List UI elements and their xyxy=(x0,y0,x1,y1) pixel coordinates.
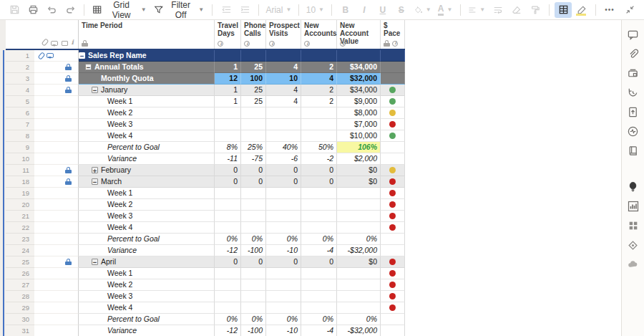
cell-value[interactable] xyxy=(215,199,241,211)
cell-value[interactable]: 0 xyxy=(215,176,241,188)
cell-pace[interactable] xyxy=(381,153,405,165)
cell-value[interactable]: -12 xyxy=(215,325,241,336)
collapse-toggle-icon[interactable]: − xyxy=(79,52,85,59)
row-number[interactable]: 27 xyxy=(6,279,34,291)
cell-pace[interactable] xyxy=(381,268,405,279)
cell-value[interactable]: 0% xyxy=(301,234,337,245)
cell-time-period[interactable]: −January xyxy=(79,85,215,96)
cell-value[interactable] xyxy=(241,302,266,314)
cell-value[interactable] xyxy=(241,211,266,222)
cell-time-period[interactable]: Monthly Quota xyxy=(79,73,215,85)
cell-time-period[interactable]: Week 3 xyxy=(79,291,215,302)
cell-time-period[interactable]: −Sales Rep Name xyxy=(79,50,215,62)
apps-button[interactable] xyxy=(624,217,643,234)
cell-value[interactable]: 0 xyxy=(215,256,241,268)
cell-value[interactable]: 0% xyxy=(215,234,241,245)
cell-value[interactable]: 0% xyxy=(266,234,301,245)
cell-value[interactable]: $7,000 xyxy=(337,119,381,130)
cell-pace[interactable] xyxy=(381,279,405,291)
cell-pace[interactable] xyxy=(381,291,405,302)
strikethrough-button[interactable]: S xyxy=(393,2,410,18)
cell-time-period[interactable]: Variance xyxy=(79,245,215,256)
row-number[interactable]: 30 xyxy=(6,314,34,325)
font-family-select[interactable]: Arial ▼ xyxy=(264,2,293,18)
row-number[interactable]: 21 xyxy=(6,211,34,222)
row-number[interactable]: 1 xyxy=(6,50,34,62)
italic-button[interactable]: I xyxy=(356,2,373,18)
cell-time-period[interactable]: Week 1 xyxy=(79,188,215,199)
cloud-integrations-button[interactable] xyxy=(624,256,643,273)
cell-value[interactable] xyxy=(215,222,241,234)
cell-value[interactable]: 0 xyxy=(266,256,301,268)
cell-time-period[interactable]: Week 4 xyxy=(79,222,215,234)
info-icon[interactable] xyxy=(392,41,398,47)
cell-pace[interactable] xyxy=(381,142,405,153)
filter-button[interactable]: Filter Off ▼ xyxy=(151,2,207,18)
row-number[interactable]: 5 xyxy=(6,96,34,107)
cell-value[interactable] xyxy=(215,302,241,314)
undo-button[interactable] xyxy=(43,2,60,18)
comment-icon[interactable] xyxy=(47,53,54,58)
cell-value[interactable]: 0 xyxy=(241,256,266,268)
cell-pace[interactable] xyxy=(381,199,405,211)
clear-format-button[interactable] xyxy=(508,2,525,18)
font-size-select[interactable]: 10 ▼ xyxy=(304,2,326,18)
cell-value[interactable]: $0 xyxy=(337,176,381,188)
row-number[interactable]: 10 xyxy=(6,153,34,165)
cell-value[interactable]: 10 xyxy=(266,73,301,85)
cell-time-period[interactable]: Week 2 xyxy=(79,199,215,211)
cell-value[interactable] xyxy=(215,130,241,142)
cell-value[interactable] xyxy=(301,107,337,119)
row-info-column-icon[interactable]: i xyxy=(72,39,74,46)
cell-value[interactable] xyxy=(301,211,337,222)
cell-value[interactable]: 25 xyxy=(241,85,266,96)
cell-value[interactable]: 4 xyxy=(266,62,301,73)
cell-value[interactable] xyxy=(301,50,337,62)
cell-value[interactable] xyxy=(337,50,381,62)
cell-value[interactable]: 0 xyxy=(266,176,301,188)
cell-time-period[interactable]: Week 3 xyxy=(79,211,215,222)
cell-time-period[interactable]: Percent to Goal xyxy=(79,234,215,245)
cell-value[interactable] xyxy=(301,291,337,302)
cell-time-period[interactable]: Week 3 xyxy=(79,119,215,130)
row-number[interactable]: 6 xyxy=(6,107,34,119)
text-color-button[interactable]: A ▼ xyxy=(436,2,455,18)
cell-value[interactable]: -12 xyxy=(215,245,241,256)
column-header-3[interactable]: Prospect Visits xyxy=(266,20,301,49)
cell-value[interactable] xyxy=(337,302,381,314)
cell-value[interactable]: 0 xyxy=(301,165,337,176)
cell-value[interactable]: 0% xyxy=(266,314,301,325)
cell-value[interactable]: $34,000 xyxy=(337,85,381,96)
cell-value[interactable] xyxy=(301,279,337,291)
column-header-5[interactable]: New Account Value xyxy=(337,20,381,49)
cell-value[interactable]: 25% xyxy=(241,142,266,153)
row-number[interactable]: 29 xyxy=(6,302,34,314)
cell-pace[interactable] xyxy=(381,188,405,199)
cell-value[interactable] xyxy=(241,188,266,199)
outdent-button[interactable] xyxy=(218,2,235,18)
more-options-button[interactable]: ••• xyxy=(601,2,618,18)
cell-pace[interactable] xyxy=(381,165,405,176)
print-button[interactable] xyxy=(24,2,42,18)
cell-value[interactable] xyxy=(215,119,241,130)
cell-value[interactable]: 1 xyxy=(215,85,241,96)
indent-button[interactable] xyxy=(236,2,253,18)
row-number[interactable]: 8 xyxy=(6,130,34,142)
cell-time-period[interactable]: Week 4 xyxy=(79,130,215,142)
summary-panel-button[interactable] xyxy=(624,142,643,159)
cell-value[interactable]: $2,000 xyxy=(337,153,381,165)
format-painter-button[interactable] xyxy=(527,2,544,18)
cell-value[interactable]: 2 xyxy=(301,62,337,73)
cell-value[interactable]: $34,000 xyxy=(337,62,381,73)
cell-value[interactable] xyxy=(266,119,301,130)
row-number[interactable]: 20 xyxy=(6,199,34,211)
cell-value[interactable]: 40% xyxy=(266,142,301,153)
cell-value[interactable]: 0% xyxy=(301,314,337,325)
cell-pace[interactable] xyxy=(381,245,405,256)
cell-value[interactable]: 2 xyxy=(301,96,337,107)
cell-value[interactable]: 4 xyxy=(266,96,301,107)
cell-value[interactable] xyxy=(266,291,301,302)
cell-value[interactable]: -2 xyxy=(301,153,337,165)
cell-value[interactable] xyxy=(241,199,266,211)
cell-value[interactable]: 8% xyxy=(215,142,241,153)
